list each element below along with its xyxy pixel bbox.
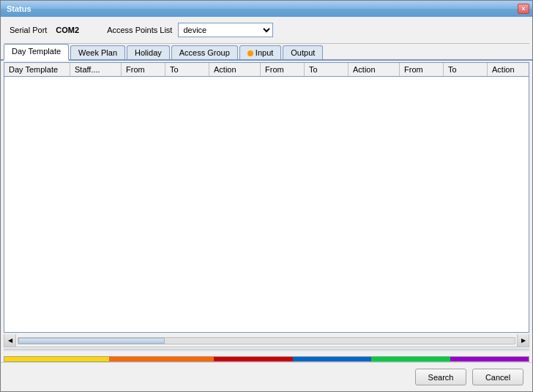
cancel-button[interactable]: Cancel (472, 369, 523, 385)
window-title: Status (7, 4, 31, 13)
horizontal-scrollbar[interactable]: ◀ ▶ (4, 334, 529, 347)
content-area: Serial Port COM2 Access Points List devi… (1, 17, 532, 391)
bottom-bar: Search Cancel (1, 362, 532, 391)
tab-holiday-label: Holiday (135, 48, 162, 57)
tabs-container: Day Template Week Plan Holiday Access Gr… (1, 44, 532, 61)
tab-week-plan[interactable]: Week Plan (70, 45, 125, 59)
tab-access-group[interactable]: Access Group (171, 45, 238, 59)
tab-day-template[interactable]: Day Template (4, 44, 69, 61)
table-header: Day Template Staff.... From To Action Fr… (4, 63, 529, 77)
title-bar: Status × (1, 1, 532, 17)
tab-access-group-label: Access Group (179, 48, 230, 57)
table-container: Day Template Staff.... From To Action Fr… (4, 62, 529, 333)
tab-output-label: Output (291, 48, 315, 57)
serial-port-value: COM2 (56, 26, 79, 34)
col-from1: From (122, 63, 165, 76)
select-wrapper: device (178, 23, 273, 37)
main-window: Status × Serial Port COM2 Access Points … (0, 0, 533, 392)
tab-input-indicator (247, 50, 253, 56)
col-day-template: Day Template (4, 63, 70, 76)
tab-output[interactable]: Output (283, 45, 323, 59)
separator-lines (4, 349, 529, 353)
col-action3: Action (488, 63, 529, 76)
table-header-wrapper: Day Template Staff.... From To Action Fr… (4, 63, 529, 77)
table-body (4, 77, 529, 332)
col-to2: To (305, 63, 348, 76)
col-action1: Action (209, 63, 261, 76)
toolbar-row: Serial Port COM2 Access Points List devi… (1, 17, 532, 43)
col-action2: Action (348, 63, 400, 76)
col-from3: From (400, 63, 444, 76)
scroll-right-button[interactable]: ▶ (517, 334, 529, 347)
search-button[interactable]: Search (415, 369, 466, 385)
tab-input[interactable]: Input (239, 45, 281, 59)
col-from2: From (261, 63, 305, 76)
tab-day-template-label: Day Template (12, 47, 61, 56)
access-points-label: Access Points List (107, 26, 172, 34)
col-to1: To (165, 63, 209, 76)
close-button[interactable]: × (518, 4, 529, 14)
scroll-thumb[interactable] (18, 338, 165, 344)
access-points-select[interactable]: device (178, 23, 273, 37)
serial-port-label: Serial Port (10, 26, 47, 34)
col-to3: To (444, 63, 488, 76)
scroll-track[interactable] (18, 337, 515, 344)
tab-input-label: Input (256, 48, 273, 57)
scroll-left-button[interactable]: ◀ (4, 334, 16, 347)
status-bar (4, 356, 529, 362)
tab-holiday[interactable]: Holiday (127, 45, 170, 59)
tab-week-plan-label: Week Plan (78, 48, 117, 57)
col-staff: Staff.... (70, 63, 122, 76)
